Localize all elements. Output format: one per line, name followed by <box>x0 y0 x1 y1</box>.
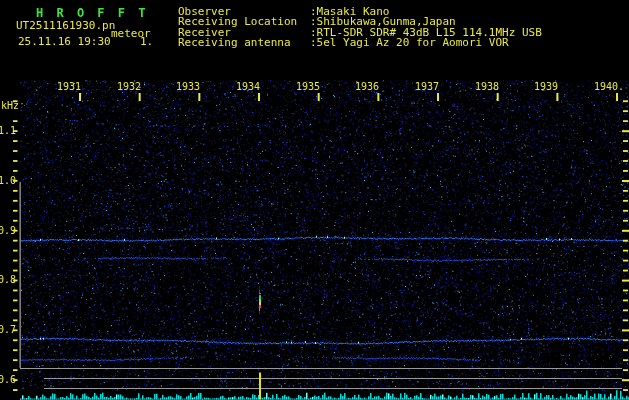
freq-tick-label: 1.0 <box>0 175 16 186</box>
freq-tick-label: 0.7 <box>0 324 16 335</box>
time-tick-label: 1939 <box>534 81 558 92</box>
output-filename: UT2511161930.pn <box>16 20 115 31</box>
time-tick-label: 1940. <box>594 81 624 92</box>
time-tick-label: 1932 <box>117 81 141 92</box>
time-tick-label: 1933 <box>176 81 200 92</box>
time-tick-label: 1937 <box>415 81 439 92</box>
hrofft-window: H R O F F T UT2511161930.pn meteor 25.11… <box>0 0 629 400</box>
freq-tick-label: 0.6 <box>0 374 16 385</box>
time-tick-label: 1938 <box>475 81 499 92</box>
app-title: H R O F F T <box>36 7 148 19</box>
spectrogram-canvas <box>0 0 629 400</box>
time-tick-label: 1931 <box>57 81 81 92</box>
khz-unit-label: kHz <box>1 101 19 111</box>
freq-tick-label: 0.8 <box>0 274 16 285</box>
time-tick-label: 1934 <box>236 81 260 92</box>
datetime-label: 25.11.16 19:30 <box>18 36 111 47</box>
info-value-antenna: :5el Yagi Az 20 for Aomori VOR <box>310 36 509 49</box>
freq-tick-label: 1.1 <box>0 125 16 136</box>
time-tick-label: 1936 <box>355 81 379 92</box>
freq-tick-label: 0.9 <box>0 225 16 236</box>
time-tick-label: 1935 <box>296 81 320 92</box>
counter-label: 1. <box>140 36 153 47</box>
info-label-antenna: Receiving antenna <box>178 36 291 49</box>
